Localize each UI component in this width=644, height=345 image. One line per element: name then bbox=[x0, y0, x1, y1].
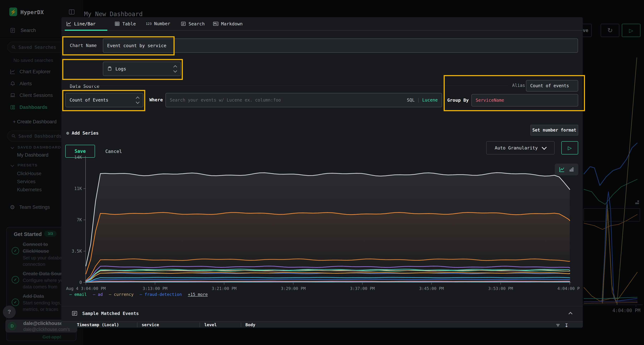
sidebar-item-services[interactable]: Services bbox=[17, 179, 36, 184]
saved-dashboards-placeholder: Saved Dashboards bbox=[18, 134, 62, 139]
onboarding-item[interactable]: Add Data Start sending logs, metrics, or… bbox=[23, 293, 64, 313]
run-button[interactable]: ▷ bbox=[622, 24, 640, 37]
gear-icon: ⚙ bbox=[10, 204, 15, 211]
resize-handle-icon[interactable] bbox=[634, 199, 640, 205]
tab-search[interactable]: Search bbox=[181, 21, 205, 26]
sql-mode-button[interactable]: SQL bbox=[407, 98, 414, 103]
sidebar-item-clickhouse[interactable]: ClickHouse bbox=[17, 171, 42, 176]
collapse-chevron-icon[interactable] bbox=[568, 312, 572, 316]
section-saved-dashboards[interactable]: SAVED DASHBOARDS bbox=[11, 145, 70, 149]
download-icon[interactable]: ↧ bbox=[564, 323, 568, 328]
lucene-mode-button[interactable]: Lucene bbox=[422, 98, 438, 103]
svg-text:3:37:00 PM: 3:37:00 PM bbox=[350, 286, 374, 291]
get-started-progress-badge: 3/3 bbox=[44, 231, 56, 237]
svg-text:3.5K: 3.5K bbox=[72, 249, 82, 254]
hyperdx-logo-icon: ⚡ bbox=[9, 7, 17, 16]
table-icon bbox=[114, 21, 120, 26]
column-header[interactable]: Body bbox=[241, 323, 255, 327]
sidebar-item-client-sessions[interactable]: Client Sessions bbox=[10, 92, 53, 98]
group-by-label: Group By bbox=[447, 98, 469, 103]
chevron-down-icon bbox=[10, 163, 14, 167]
svg-text:3:53:00 PM: 3:53:00 PM bbox=[488, 286, 513, 291]
123-icon: 123 bbox=[146, 22, 152, 25]
chevron-down-icon bbox=[542, 145, 547, 150]
chart-name-input[interactable]: Event count by service bbox=[103, 38, 578, 53]
column-header[interactable]: level bbox=[200, 323, 217, 327]
data-source-label: Data Source bbox=[70, 84, 100, 89]
markdown-icon bbox=[213, 21, 218, 26]
section-presets[interactable]: PRESETS bbox=[11, 163, 38, 167]
divider bbox=[70, 85, 508, 86]
svg-text:0: 0 bbox=[80, 280, 82, 285]
group-by-input[interactable]: ServiceName bbox=[471, 94, 578, 106]
onboarding-item[interactable]: Create Data Source Configure where your … bbox=[23, 270, 62, 290]
help-button[interactable]: ? bbox=[3, 306, 16, 318]
data-source-select[interactable]: Logs bbox=[103, 62, 181, 76]
column-header[interactable]: service bbox=[137, 323, 159, 327]
sidebar-item-alerts[interactable]: Alerts bbox=[10, 81, 32, 86]
tab-bar bbox=[61, 17, 583, 31]
add-series-button[interactable]: ⊕ Add Series bbox=[66, 130, 98, 136]
refresh-icon: ↻ bbox=[607, 27, 613, 34]
sidebar-item-label: Search bbox=[20, 28, 36, 33]
active-tab-underline bbox=[65, 30, 107, 31]
sidebar-item-dashboards[interactable]: Dashboards bbox=[10, 104, 48, 110]
list-icon bbox=[181, 21, 186, 26]
sidebar-item-my-dashboard[interactable]: My Dashboard bbox=[17, 152, 48, 158]
preview-chart: 03.5K7K11K14KAug 4 3:04:00 PM3:13:00 PM3… bbox=[62, 152, 580, 293]
where-placeholder: Search your events w/ Lucene ex. column:… bbox=[170, 98, 281, 103]
dashboard-tile-chart bbox=[583, 54, 644, 315]
filter-icon[interactable] bbox=[556, 323, 560, 328]
sidebar-collapse-icon[interactable] bbox=[68, 8, 75, 15]
sample-events-title: Sample Matched Events bbox=[82, 311, 139, 316]
aggregation-select[interactable]: Count of Events bbox=[65, 93, 143, 107]
tab-number[interactable]: 123 Number bbox=[146, 21, 170, 26]
select-chevrons-icon bbox=[174, 66, 176, 72]
sidebar-item-team-settings[interactable]: ⚙ Team Settings bbox=[10, 204, 50, 211]
onboarding-item[interactable]: Connect to ClickHouse Set up your databa… bbox=[23, 241, 62, 267]
where-input[interactable]: Search your events w/ Lucene ex. column:… bbox=[166, 93, 442, 107]
screen: ⚡ HyperDX Search Saved Searches No saved… bbox=[0, 0, 644, 345]
line-chart-icon bbox=[66, 21, 72, 26]
check-circle-icon: ✓ bbox=[12, 247, 19, 255]
check-circle-icon: ✓ bbox=[12, 299, 19, 306]
sidebar-item-search[interactable]: Search bbox=[10, 27, 36, 34]
bg-input-partial bbox=[584, 208, 640, 222]
tab-markdown[interactable]: Markdown bbox=[213, 21, 242, 26]
sidebar-item-kubernetes[interactable]: Kubernetes bbox=[17, 187, 42, 193]
table-header-row: Timestamp (Local) service level Body ↧ bbox=[61, 321, 583, 328]
faint-note: Get app! bbox=[42, 334, 61, 340]
get-started-title: Get Started bbox=[14, 231, 42, 237]
sidebar-item-chart-explorer[interactable]: Chart Explorer bbox=[10, 69, 51, 74]
list-icon bbox=[72, 310, 78, 317]
column-header[interactable]: Timestamp (Local) bbox=[77, 323, 119, 327]
database-icon bbox=[107, 66, 112, 71]
svg-text:Aug 4 3:04:00 PM: Aug 4 3:04:00 PM bbox=[66, 286, 106, 291]
alias-input[interactable]: Count of events bbox=[526, 80, 578, 91]
dashboard-grid-icon bbox=[10, 104, 16, 110]
bg-chart-axis-label: 4:04:00 PM bbox=[606, 308, 640, 313]
brand-name: HyperDX bbox=[20, 9, 44, 15]
create-dashboard-button[interactable]: + Create Dashboard bbox=[13, 119, 56, 125]
tab-table[interactable]: Table bbox=[114, 21, 136, 26]
svg-text:3:29:00 PM: 3:29:00 PM bbox=[281, 286, 306, 291]
tab-line-bar[interactable]: Line/Bar bbox=[66, 21, 96, 26]
svg-text:3:21:00 PM: 3:21:00 PM bbox=[212, 286, 236, 291]
saved-searches-placeholder: Saved Searches bbox=[18, 45, 56, 50]
set-number-format-button[interactable]: Set number format bbox=[530, 125, 578, 135]
sample-events-header: Sample Matched Events bbox=[72, 310, 139, 317]
refresh-button[interactable]: ↻ bbox=[601, 24, 619, 37]
svg-text:14K: 14K bbox=[74, 155, 82, 160]
chart-name-label: Chart Name bbox=[70, 43, 97, 48]
svg-text:3:45:00 PM: 3:45:00 PM bbox=[419, 286, 444, 291]
page-title: My New Dashboard bbox=[84, 10, 143, 17]
search-icon bbox=[11, 45, 16, 49]
svg-text:7K: 7K bbox=[77, 217, 82, 222]
chevron-down-icon bbox=[10, 145, 14, 149]
document-list-icon bbox=[10, 27, 16, 34]
play-icon: ▷ bbox=[629, 27, 633, 34]
no-saved-searches-text: No saved searches bbox=[14, 57, 53, 63]
svg-text:4:04:00 PM: 4:04:00 PM bbox=[558, 286, 580, 291]
line-chart-icon bbox=[10, 69, 16, 74]
avatar: D bbox=[8, 322, 16, 330]
